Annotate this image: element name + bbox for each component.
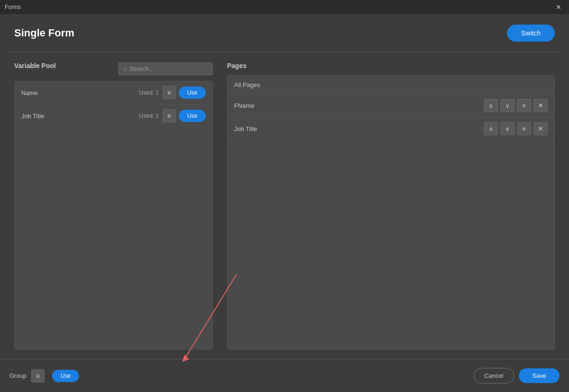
variable-used-badge: Used: 1: [139, 89, 158, 96]
close-window-button[interactable]: ✕: [553, 2, 564, 12]
variable-list: Name Used: 1 ≡ Use Job Title Used: 1 ≡ U…: [14, 81, 213, 349]
pages-label: Pages: [227, 62, 555, 70]
variable-jobtitle-use-button[interactable]: Use: [179, 110, 206, 122]
jobtitle-up-button[interactable]: ∧: [484, 122, 498, 135]
variable-jobtitle-menu-button[interactable]: ≡: [163, 109, 176, 122]
main-content: Variable Pool ⌕ Name Used: 1 ≡ Use Job T…: [0, 52, 569, 359]
variable-jobtitle-label: Job Title: [21, 113, 139, 120]
page-item-jobtitle: Job Title ∧ ∨ ≡ ✕: [228, 117, 554, 140]
jobtitle-remove-button[interactable]: ✕: [534, 122, 548, 135]
fname-up-button[interactable]: ∧: [484, 99, 498, 112]
save-button[interactable]: Save: [519, 368, 560, 383]
variable-use-button[interactable]: Use: [179, 87, 206, 99]
window: Forms ✕ Single Form Switch Variable Pool…: [0, 0, 569, 392]
variable-pool-label: Variable Pool: [14, 62, 56, 70]
left-panel-top: Variable Pool ⌕: [14, 62, 213, 75]
variable-item-name: Name Used: 1 ≡ Use: [15, 81, 212, 105]
page-item-fname: FName ∧ ∨ ≡ ✕: [228, 94, 554, 117]
variable-jobtitle-used-badge: Used: 1: [139, 113, 158, 119]
jobtitle-menu-button[interactable]: ≡: [517, 122, 531, 135]
right-panel: Pages All Pages FName ∧ ∨ ≡ ✕: [227, 62, 555, 349]
variable-name-label: Name: [21, 89, 139, 96]
group-section: Group ≡ Use: [9, 369, 79, 383]
search-icon: ⌕: [123, 65, 127, 72]
title-bar: Forms ✕: [0, 0, 569, 14]
search-input[interactable]: [130, 65, 208, 72]
group-menu-button[interactable]: ≡: [31, 369, 44, 383]
left-panel: Variable Pool ⌕ Name Used: 1 ≡ Use Job T…: [14, 62, 213, 349]
window-title: Forms: [5, 4, 21, 10]
fname-menu-button[interactable]: ≡: [517, 99, 531, 112]
page-fname-label: FName: [234, 102, 484, 109]
cancel-button[interactable]: Cancel: [473, 368, 514, 383]
page-fname-controls: ∧ ∨ ≡ ✕: [484, 99, 548, 112]
bottom-bar: Group ≡ Use Cancel Save: [0, 359, 569, 392]
jobtitle-down-button[interactable]: ∨: [500, 122, 515, 135]
page-title: Single Form: [14, 27, 74, 39]
page-jobtitle-label: Job Title: [234, 125, 484, 132]
group-label: Group: [9, 372, 26, 379]
bottom-right: Cancel Save: [473, 368, 560, 383]
header: Single Form Switch: [0, 14, 569, 52]
page-jobtitle-controls: ∧ ∨ ≡ ✕: [484, 122, 548, 135]
fname-down-button[interactable]: ∨: [500, 99, 515, 112]
fname-remove-button[interactable]: ✕: [534, 99, 548, 112]
all-pages-text: All Pages: [234, 81, 260, 88]
variable-item-jobtitle: Job Title Used: 1 ≡ Use: [15, 105, 212, 127]
search-wrapper: ⌕: [118, 62, 213, 75]
all-pages-header: All Pages: [228, 76, 554, 94]
pages-container: All Pages FName ∧ ∨ ≡ ✕ Job Title: [227, 75, 555, 349]
switch-button[interactable]: Switch: [507, 25, 555, 42]
group-use-button[interactable]: Use: [52, 370, 79, 382]
variable-menu-button[interactable]: ≡: [163, 86, 176, 99]
